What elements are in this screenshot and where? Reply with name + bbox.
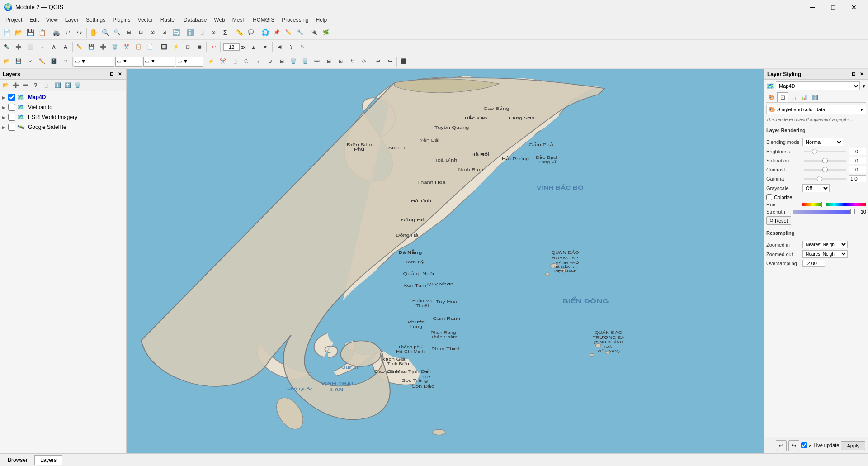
- zoom-layer-btn[interactable]: ⊡: [135, 27, 146, 38]
- merge-attrs-btn[interactable]: ⊡: [335, 56, 346, 67]
- label-tool-2-btn[interactable]: A: [60, 41, 71, 53]
- georef-btn[interactable]: 📌: [271, 27, 283, 38]
- font-size-input[interactable]: [223, 43, 240, 51]
- reshape-btn[interactable]: ⬡: [241, 56, 252, 67]
- menu-layer[interactable]: Layer: [61, 16, 82, 24]
- menu-help[interactable]: Help: [312, 16, 331, 24]
- redo2-btn[interactable]: ↪: [384, 56, 396, 67]
- contrast-value[interactable]: [849, 166, 866, 173]
- layer-check-map4d[interactable]: [8, 94, 15, 101]
- float-panel-btn[interactable]: ⊡: [108, 71, 115, 78]
- layer-expand-google[interactable]: ▶: [2, 125, 8, 130]
- annotation-btn[interactable]: 💬: [245, 27, 257, 38]
- float-styling-btn[interactable]: ⊡: [850, 71, 857, 78]
- split-features-btn[interactable]: ⬚: [229, 56, 241, 67]
- style-tab-render[interactable]: ⊡: [777, 92, 788, 102]
- edit-meta-btn[interactable]: ✏️: [36, 56, 48, 67]
- undo-edit-btn[interactable]: ↩: [208, 41, 219, 53]
- adv-digitize-btn[interactable]: ◼: [193, 41, 205, 53]
- refresh-btn[interactable]: 🔄: [170, 27, 182, 38]
- menu-raster[interactable]: Raster: [157, 16, 180, 24]
- expand-all-btn[interactable]: ⬇️: [53, 81, 63, 90]
- pan-btn[interactable]: ✋: [88, 27, 99, 38]
- add-record-btn[interactable]: ➕: [97, 41, 109, 53]
- menu-view[interactable]: View: [42, 16, 61, 24]
- menu-project[interactable]: Project: [2, 16, 26, 24]
- select-freehand-btn[interactable]: ⤵: [285, 41, 297, 53]
- save-project-btn[interactable]: 💾: [24, 27, 36, 38]
- open-layer-btn[interactable]: 📂: [1, 81, 11, 90]
- pan-to-selection-btn[interactable]: ⊡: [158, 27, 170, 38]
- saturation-thumb[interactable]: [822, 158, 828, 163]
- delete-selected-btn[interactable]: 🗑️: [109, 41, 121, 53]
- tab-browser[interactable]: Browser: [2, 455, 33, 465]
- save-all-btn[interactable]: 💾: [13, 56, 24, 67]
- scale-bar-btn[interactable]: —: [309, 41, 321, 53]
- menu-vector[interactable]: Vector: [134, 16, 157, 24]
- menu-database[interactable]: Database: [180, 16, 210, 24]
- zoom-selection-btn[interactable]: ⊠: [146, 27, 158, 38]
- select-btn[interactable]: ⬚: [196, 27, 208, 38]
- remove-all-btn[interactable]: 🗑️: [73, 81, 83, 90]
- font-decrease-btn[interactable]: ▼: [259, 41, 271, 53]
- layer-item-google[interactable]: ▶ 🛰️ Google Satellite: [0, 122, 126, 132]
- edit-layer-btn[interactable]: ✏️: [283, 27, 294, 38]
- zoom-in-btn[interactable]: 🔍: [99, 27, 111, 38]
- layer-expand-vietbando[interactable]: ▶: [2, 105, 8, 110]
- grayscale-select[interactable]: Off By Lightness By Luminosity By Averag…: [802, 184, 830, 192]
- delete-part-btn[interactable]: 🗑️: [299, 56, 311, 67]
- remove-layer-btn[interactable]: ➖: [21, 81, 31, 90]
- copy-features-btn[interactable]: 📋: [132, 41, 144, 53]
- menu-web[interactable]: Web: [210, 16, 228, 24]
- label-tool-btn[interactable]: A: [48, 41, 60, 53]
- paste-features-btn[interactable]: 📄: [144, 41, 156, 53]
- ring-btn[interactable]: ⊙: [264, 56, 276, 67]
- brightness-thumb[interactable]: [812, 149, 817, 154]
- blending-select[interactable]: Normal Multiply Screen: [802, 138, 843, 146]
- grass-btn[interactable]: 🌿: [320, 27, 332, 38]
- menu-edit[interactable]: Edit: [26, 16, 42, 24]
- stop-btn[interactable]: ⬛: [398, 56, 410, 67]
- layer-expand-map4d[interactable]: ▶: [2, 95, 8, 100]
- close-styling-btn[interactable]: ✕: [858, 71, 865, 78]
- open-project-btn[interactable]: 📂: [13, 27, 24, 38]
- rotate-digitize-btn[interactable]: ↻: [346, 56, 358, 67]
- menu-hcmgis[interactable]: HCMGIS: [249, 16, 278, 24]
- layer-item-esri[interactable]: ▶ 🗺️ ESRI World Imagery: [0, 112, 126, 122]
- oversampling-value[interactable]: [802, 260, 825, 267]
- globe-btn[interactable]: 🌐: [259, 27, 271, 38]
- offset-curve-btn[interactable]: ⟳: [358, 56, 370, 67]
- layer-check-vietbando[interactable]: [8, 104, 15, 111]
- move-feature-btn[interactable]: ⬜: [24, 41, 36, 53]
- contrast-thumb[interactable]: [822, 167, 828, 172]
- add-feature-btn[interactable]: ➕: [13, 41, 24, 53]
- layer-item-map4d[interactable]: ▶ 🗺️ Map4D: [0, 92, 126, 102]
- apply-button[interactable]: Apply: [841, 441, 865, 450]
- colorize-check[interactable]: [766, 194, 772, 200]
- cut-features-btn[interactable]: ✂️: [121, 41, 132, 53]
- maximize-button[interactable]: □: [823, 0, 844, 14]
- layer-expand-esri[interactable]: ▶: [2, 115, 8, 120]
- merge-btn[interactable]: ⊞: [323, 56, 335, 67]
- save-as-btn[interactable]: 📋: [36, 27, 48, 38]
- delete-ring-btn[interactable]: 🗑️: [288, 56, 299, 67]
- close-panel-btn[interactable]: ✕: [116, 71, 123, 78]
- tab-layers[interactable]: Layers: [34, 455, 62, 465]
- layer-check-esri[interactable]: [8, 114, 15, 121]
- part-btn[interactable]: ⊟: [276, 56, 288, 67]
- close-button[interactable]: ✕: [844, 0, 864, 14]
- redo-styling-btn[interactable]: ↪: [788, 440, 799, 451]
- digitize-shape-btn[interactable]: ◻: [182, 41, 193, 53]
- zoomed-in-select[interactable]: Nearest Neigh Bilinear Cubic: [802, 241, 848, 248]
- more-btn[interactable]: ⬚: [41, 81, 51, 90]
- db-manager-btn[interactable]: 🗄️: [48, 56, 60, 67]
- style-tab-histogram[interactable]: 📊: [799, 92, 810, 102]
- collapse-all-btn[interactable]: ⬆️: [63, 81, 73, 90]
- undo-btn[interactable]: ↩: [62, 27, 74, 38]
- simplify-btn[interactable]: 〰️: [311, 56, 323, 67]
- add-layer-btn[interactable]: ➕: [11, 81, 21, 90]
- pan-left-btn[interactable]: ◀: [274, 41, 285, 53]
- identify-btn[interactable]: ℹ️: [184, 27, 196, 38]
- map-area[interactable]: Cao Bằng Bắc Kạn Tuyên Quang Yên Bái Lạn…: [127, 69, 764, 453]
- filter-layer-btn[interactable]: ⊽: [31, 81, 41, 90]
